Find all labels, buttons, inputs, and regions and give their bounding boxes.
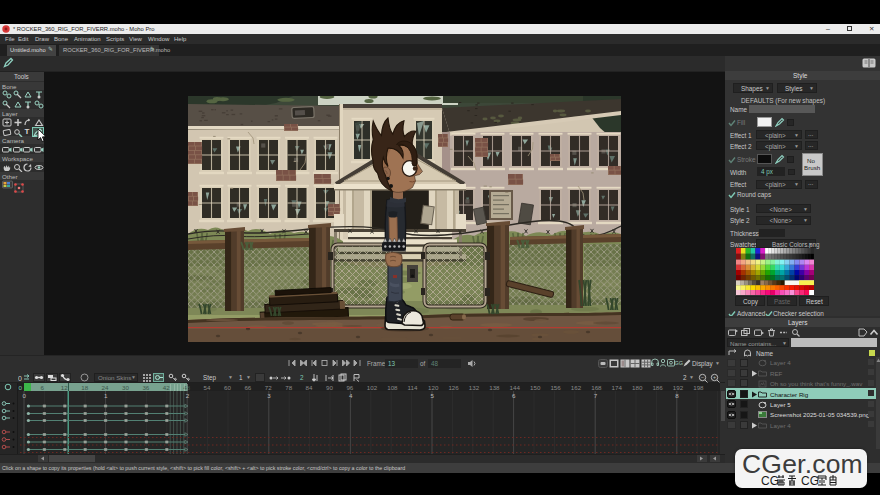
svg-text:CG: CG — [801, 474, 819, 487]
svg-text:CG: CG — [761, 474, 779, 487]
svg-text:0: 0 — [18, 375, 22, 382]
